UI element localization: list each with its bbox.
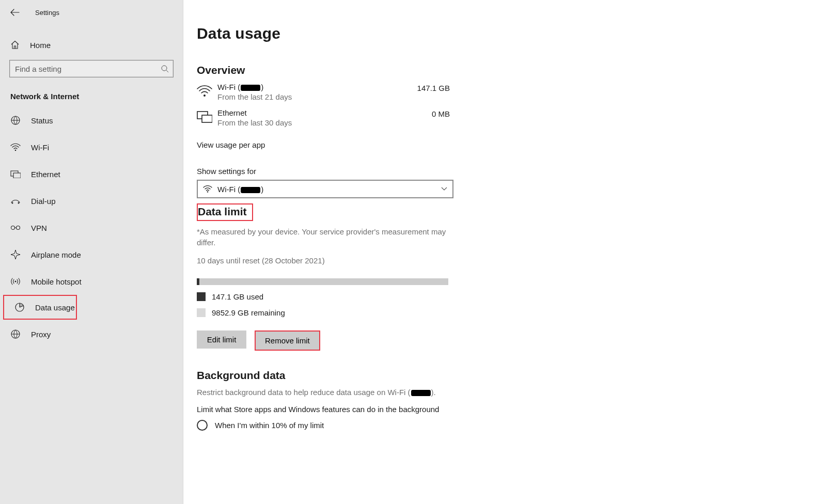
sidebar-item-proxy[interactable]: Proxy (0, 322, 183, 346)
sidebar-item-dialup[interactable]: Dial-up (0, 188, 183, 213)
svg-point-8 (11, 226, 15, 230)
sidebar-item-wifi[interactable]: Wi-Fi (0, 135, 183, 160)
remove-limit-highlight: Remove limit (255, 330, 320, 351)
overview-wifi-row[interactable]: Wi-Fi () From the last 21 days 147.1 GB (197, 83, 450, 101)
svg-point-7 (18, 202, 20, 204)
airplane-icon (10, 249, 21, 260)
overview-ethernet-row[interactable]: Ethernet From the last 30 days 0 MB (197, 108, 450, 127)
sidebar-item-label: Ethernet (31, 170, 60, 179)
dialup-icon (10, 196, 21, 206)
vpn-icon (10, 223, 21, 233)
data-limit-highlight: Data limit (197, 203, 253, 221)
data-usage-icon (14, 302, 25, 312)
redacted-ssid (411, 390, 431, 396)
remaining-swatch (197, 308, 206, 317)
svg-point-6 (12, 202, 13, 204)
hotspot-icon (10, 276, 21, 287)
sidebar-item-airplane[interactable]: Airplane mode (0, 242, 183, 267)
proxy-icon (10, 329, 21, 339)
overview-wifi-value: 147.1 GB (417, 83, 450, 92)
overview-ethernet-name: Ethernet (217, 108, 432, 117)
radio-option-10pct[interactable]: When I'm within 10% of my limit (197, 420, 815, 431)
redacted-ssid (241, 85, 260, 91)
overview-wifi-period: From the last 21 days (217, 92, 417, 101)
show-settings-label: Show settings for (197, 167, 815, 176)
overview-wifi-name: Wi-Fi () (217, 83, 417, 91)
svg-line-1 (166, 70, 168, 72)
used-swatch (197, 292, 206, 301)
svg-point-16 (203, 94, 206, 97)
search-icon (161, 65, 169, 73)
svg-point-3 (15, 150, 17, 151)
used-legend: 147.1 GB used (197, 292, 815, 301)
ethernet-icon (197, 108, 217, 123)
svg-point-11 (15, 281, 17, 282)
svg-point-0 (162, 66, 167, 71)
remove-limit-button[interactable]: Remove limit (256, 332, 319, 350)
data-limit-heading: Data limit (198, 206, 247, 217)
svg-rect-18 (202, 115, 212, 122)
data-limit-progress (197, 278, 448, 285)
svg-rect-5 (13, 173, 21, 178)
view-usage-link[interactable]: View usage per app (197, 140, 265, 149)
sidebar-item-label: VPN (31, 224, 47, 232)
sidebar-item-label: Dial-up (31, 197, 56, 206)
sidebar-item-status[interactable]: Status (0, 108, 183, 133)
overview-ethernet-value: 0 MB (432, 108, 450, 118)
radio-icon (197, 420, 208, 431)
search-placeholder: Find a setting (15, 65, 161, 73)
page-title: Data usage (197, 25, 815, 42)
status-icon (10, 115, 21, 125)
sidebar-item-label: Airplane mode (31, 250, 81, 259)
sidebar-item-label: Proxy (31, 330, 51, 339)
background-data-note: Restrict background data to help reduce … (197, 387, 455, 398)
overview-ethernet-period: From the last 30 days (217, 118, 432, 127)
background-data-heading: Background data (197, 369, 815, 382)
sidebar-item-label: Mobile hotspot (31, 277, 82, 286)
network-dropdown[interactable]: Wi-Fi () (197, 180, 453, 198)
sidebar-item-label: Data usage (35, 303, 75, 312)
svg-point-19 (207, 191, 208, 192)
sidebar: Settings Home Find a setting Network & I… (0, 0, 183, 504)
ethernet-icon (10, 169, 21, 179)
sidebar-item-vpn[interactable]: VPN (0, 215, 183, 240)
data-limit-note: *As measured by your device. Your servic… (197, 226, 455, 248)
sidebar-item-hotspot[interactable]: Mobile hotspot (0, 269, 183, 294)
search-input[interactable]: Find a setting (9, 60, 174, 77)
home-nav[interactable]: Home (0, 33, 183, 57)
background-limit-line: Limit what Store apps and Windows featur… (197, 405, 815, 414)
sidebar-section-label: Network & Internet (0, 77, 183, 106)
dropdown-value: Wi-Fi () (217, 185, 436, 194)
titlebar: Settings (0, 4, 183, 21)
overview-heading: Overview (197, 64, 815, 76)
sidebar-item-datausage[interactable]: Data usage (3, 295, 77, 320)
sidebar-item-label: Status (31, 116, 53, 125)
progress-fill (197, 278, 199, 285)
svg-point-9 (17, 226, 20, 230)
sidebar-item-label: Wi-Fi (31, 143, 49, 152)
chevron-down-icon (441, 187, 447, 191)
home-label: Home (30, 41, 51, 50)
data-limit-reset: 10 days until reset (28 October 2021) (197, 256, 815, 265)
wifi-icon (203, 185, 212, 193)
window-title: Settings (35, 9, 59, 17)
main-content: Data usage Overview Wi-Fi () From the la… (183, 0, 815, 504)
sidebar-item-ethernet[interactable]: Ethernet (0, 162, 183, 186)
remaining-legend: 9852.9 GB remaining (197, 308, 815, 317)
redacted-ssid (241, 187, 260, 193)
edit-limit-button[interactable]: Edit limit (197, 330, 246, 349)
back-icon[interactable] (10, 9, 21, 16)
home-icon (10, 40, 20, 50)
wifi-icon (10, 142, 21, 152)
wifi-icon (197, 83, 217, 98)
